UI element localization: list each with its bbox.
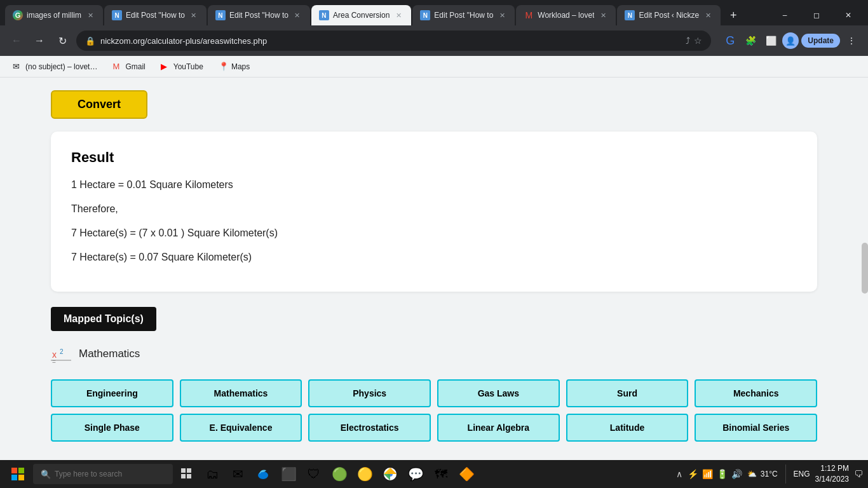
category-physics[interactable]: Physics (308, 379, 431, 407)
tab-title-6: Workload – lovet (538, 11, 594, 20)
tab-edit2[interactable]: N Edit Post "How to ✕ (208, 5, 310, 25)
bookmark-no-subject[interactable]: ✉ (no subject) – lovet… (8, 60, 102, 74)
mapped-topics-section: Mapped Topic(s) x 2 = Mathematics (51, 307, 817, 364)
taskbar-right: ∧ ⚡ 📶 🔋 🔊 ⛅ 31°C ENG 1:12 PM 3/14/2023 🗨 (676, 463, 863, 485)
restore-button[interactable]: ◻ (802, 5, 831, 25)
tab-title-3: Edit Post "How to (229, 11, 288, 20)
category-single-phase[interactable]: Single Phase (51, 414, 173, 442)
back-button[interactable]: ← (8, 32, 25, 50)
wifi-icon[interactable]: 📶 (702, 469, 713, 479)
taskbar-app-chrome[interactable] (379, 463, 402, 485)
battery-icon[interactable]: 🔋 (717, 469, 728, 479)
tab-close-7[interactable]: ✕ (703, 10, 713, 20)
taskbar-app-file-explorer[interactable]: 🗂 (201, 463, 224, 485)
new-tab-button[interactable]: + (724, 6, 742, 24)
scrollbar-thumb[interactable] (862, 243, 868, 294)
tab-edit1[interactable]: N Edit Post "How to ✕ (104, 5, 207, 25)
result-box: Result 1 Hectare = 0.01 Square Kilometer… (51, 132, 817, 292)
close-button[interactable]: ✕ (834, 5, 863, 25)
category-latitude[interactable]: Latitude (566, 414, 689, 442)
result-title: Result (71, 149, 797, 166)
tab-close-5[interactable]: ✕ (497, 10, 507, 20)
taskbar-app-yellow[interactable]: 🟡 (353, 463, 376, 485)
topic-mathematics: x 2 = Mathematics (51, 344, 817, 364)
tab-favicon-1: G (13, 10, 23, 20)
profile-avatar[interactable]: 👤 (782, 32, 799, 49)
sidebar-icon[interactable]: ⬜ (762, 32, 780, 50)
taskbar-app-shield[interactable]: 🛡 (302, 463, 325, 485)
bookmark-gmail[interactable]: M Gmail (107, 60, 150, 74)
category-surd[interactable]: Surd (566, 379, 689, 407)
update-button[interactable]: Update (801, 34, 840, 48)
category-engineering[interactable]: Engineering (51, 379, 173, 407)
category-e-equivalence[interactable]: E. Equivalence (180, 414, 302, 442)
taskbar-app-vlc[interactable]: 🔶 (455, 463, 478, 485)
category-binomial-series[interactable]: Binomial Series (695, 414, 817, 442)
tab-close-3[interactable]: ✕ (292, 10, 302, 20)
tab-area-conversion[interactable]: N Area Conversion ✕ (311, 5, 411, 25)
reload-button[interactable]: ↻ (53, 32, 71, 50)
taskbar-app-green[interactable]: 🟢 (328, 463, 351, 485)
taskbar-app-maps[interactable]: 🗺 (430, 463, 452, 485)
tab-title-2: Edit Post "How to (126, 11, 185, 20)
svg-rect-4 (11, 468, 17, 473)
category-gas-laws[interactable]: Gas Laws (437, 379, 560, 407)
taskbar-app-mail[interactable]: ✉ (226, 463, 249, 485)
page-content: Convert Result 1 Hectare = 0.01 Square K… (0, 78, 868, 460)
taskbar-search[interactable]: 🔍 (33, 464, 173, 484)
tab-close-4[interactable]: ✕ (393, 10, 403, 20)
bookmark-favicon-youtube: ▶ (161, 62, 171, 72)
google-account-icon[interactable]: G (721, 32, 739, 50)
windows-logo (11, 468, 24, 480)
more-menu-button[interactable]: ⋮ (843, 32, 860, 50)
weather-widget: ⛅ 31°C (747, 470, 778, 478)
start-button[interactable] (5, 461, 31, 487)
category-electrostatics[interactable]: Electrostatics (308, 414, 431, 442)
minimize-button[interactable]: – (770, 5, 799, 25)
bookmark-label-gmail: Gmail (125, 62, 145, 71)
tab-favicon-5: N (420, 10, 430, 20)
taskbar-app-vscode[interactable]: ⬛ (277, 463, 300, 485)
taskbar-task-view[interactable] (175, 463, 198, 485)
bookmark-maps[interactable]: 📍 Maps (214, 60, 255, 74)
taskbar-app-whatsapp[interactable]: 💬 (404, 463, 427, 485)
tab-favicon-4: N (319, 10, 329, 20)
tray-chevron[interactable]: ∧ (676, 469, 682, 479)
tab-title-7: Edit Post ‹ Nickze (639, 11, 699, 20)
svg-rect-7 (18, 475, 24, 480)
browser-chrome: G images of millim ✕ N Edit Post "How to… (0, 0, 868, 78)
taskbar-clock[interactable]: 1:12 PM 3/14/2023 (815, 463, 849, 485)
tab-close-1[interactable]: ✕ (85, 10, 95, 20)
address-input-wrap[interactable]: 🔒 nickzom.org/calculator-plus/areaswitch… (76, 30, 711, 51)
taskbar-app-edge[interactable] (252, 463, 275, 485)
category-mechanics[interactable]: Mechanics (695, 379, 817, 407)
category-row-2: Single Phase E. Equivalence Electrostati… (51, 414, 817, 442)
tab-close-6[interactable]: ✕ (598, 10, 608, 20)
tab-workload[interactable]: M Workload – lovet ✕ (516, 5, 616, 25)
speaker-icon[interactable]: 🔊 (731, 469, 742, 479)
category-mathematics[interactable]: Mathematics (180, 379, 302, 407)
tab-bar: G images of millim ✕ N Edit Post "How to… (0, 0, 868, 25)
bookmark-star-icon[interactable]: ☆ (694, 36, 702, 46)
notification-icon[interactable]: 🗨 (854, 469, 863, 479)
forward-button[interactable]: → (31, 32, 48, 50)
tab-close-2[interactable]: ✕ (189, 10, 199, 20)
share-icon[interactable]: ⤴ (686, 36, 690, 46)
bluetooth-icon[interactable]: ⚡ (688, 469, 698, 479)
address-right-icons: ⤴ ☆ (686, 36, 702, 46)
result-line-3: 7 Hectare(s) = (7 x 0.01 ) Square Kilome… (71, 226, 797, 241)
taskbar-search-input[interactable] (55, 470, 165, 478)
category-row-1: Engineering Mathematics Physics Gas Laws… (51, 379, 817, 407)
category-linear-algebra[interactable]: Linear Algebra (437, 414, 560, 442)
tab-images[interactable]: G images of millim ✕ (5, 5, 103, 25)
language-text: ENG (794, 470, 810, 478)
bookmarks-bar: ✉ (no subject) – lovet… M Gmail ▶ YouTub… (0, 56, 868, 78)
bookmark-youtube[interactable]: ▶ YouTube (156, 60, 208, 74)
extensions-icon[interactable]: 🧩 (742, 32, 759, 50)
convert-button[interactable]: Convert (51, 90, 147, 119)
result-line-2: Therefore, (71, 201, 797, 217)
tab-edit3[interactable]: N Edit Post "How to ✕ (412, 5, 515, 25)
search-icon: 🔍 (41, 470, 51, 479)
window-tab-controls: – ◻ ✕ (770, 5, 863, 25)
tab-edit4[interactable]: N Edit Post ‹ Nickze ✕ (617, 5, 721, 25)
